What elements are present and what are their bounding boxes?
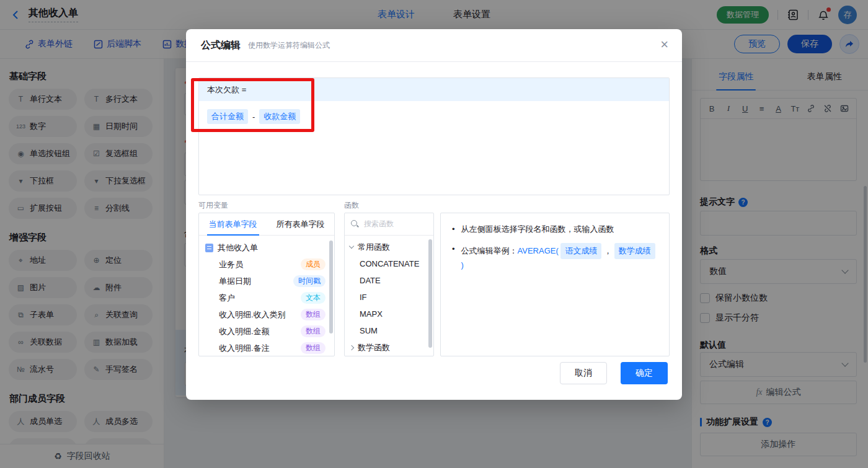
field-chip[interactable]: 合计金额 [207, 109, 248, 124]
help-tip-example: • 公式编辑举例：AVERAGE( 语文成绩 ， 数学成绩 ) [452, 243, 658, 272]
formula-editor[interactable]: 本次欠款 = 合计金额 - 收款金额 [198, 77, 670, 195]
tree-root-form[interactable]: 其他收入单 [199, 239, 334, 256]
type-badge: 数组 [301, 325, 326, 337]
confirm-button[interactable]: 确定 [621, 362, 668, 384]
variables-label: 可用变量 [198, 200, 228, 211]
function-item[interactable]: DATE [345, 272, 433, 289]
modal-subtitle: 使用数学运算符编辑公式 [248, 40, 330, 51]
example-chip: 语文成绩 [560, 243, 601, 259]
type-badge: 时间戳 [293, 275, 326, 287]
function-group-math[interactable]: 数学函数 [345, 339, 433, 356]
type-badge: 数组 [301, 342, 326, 354]
form-designer-app: 其他收入单 表单设计 表单设置 数据管理 [0, 0, 868, 468]
function-group-text[interactable]: 文本函数 [345, 356, 433, 356]
formula-target-row: 本次欠款 = [199, 78, 669, 101]
variables-tree: 其他收入单 业务员 成员 单据日期 时间戳 客户 文本 收入明细.收入类别 数组 [199, 236, 334, 356]
close-icon[interactable]: × [660, 38, 668, 51]
functions-panel: 搜索函数 常用函数 CONCATENATE DATE IF MAPX SUM 数… [344, 213, 434, 356]
variable-row[interactable]: 业务员 成员 [199, 256, 334, 273]
functions-label: 函数 [344, 200, 359, 211]
function-item[interactable]: CONCATENATE [345, 255, 433, 272]
field-chip[interactable]: 收款金额 [259, 109, 300, 124]
formula-edit-modal: 公式编辑 使用数学运算符编辑公式 × 本次欠款 = 合计金额 - 收款金额 可用… [186, 29, 682, 400]
function-group-common[interactable]: 常用函数 [345, 239, 433, 255]
function-item[interactable]: MAPX [345, 306, 433, 322]
variables-panel: 当前表单字段 所有表单字段 其他收入单 业务员 成员 单据日期 时间戳 客户 [198, 213, 335, 356]
variable-row[interactable]: 客户 文本 [199, 289, 334, 306]
function-search[interactable]: 搜索函数 [345, 213, 433, 236]
help-panel: •从左侧面板选择字段名和函数，或输入函数 • 公式编辑举例：AVERAGE( 语… [440, 213, 670, 356]
chevron-right-icon [349, 345, 354, 350]
functions-scrollbar[interactable] [428, 239, 432, 348]
variable-row[interactable]: 收入明细.收入类别 数组 [199, 306, 334, 323]
example-chip: 数学成绩 [614, 243, 655, 259]
tab-all-form-fields[interactable]: 所有表单字段 [267, 213, 334, 235]
chevron-down-icon [349, 244, 354, 249]
document-icon [205, 244, 213, 252]
minus-operator: - [252, 112, 255, 121]
modal-header: 公式编辑 使用数学运算符编辑公式 × [186, 29, 682, 62]
type-badge: 文本 [301, 292, 326, 304]
variable-row[interactable]: 收入明细.金额 数组 [199, 323, 334, 340]
search-icon [351, 220, 359, 228]
modal-title: 公式编辑 [201, 39, 241, 52]
variables-tabs: 当前表单字段 所有表单字段 [199, 213, 334, 236]
function-item[interactable]: IF [345, 289, 433, 306]
variables-scrollbar[interactable] [329, 241, 333, 333]
variable-row[interactable]: 单据日期 时间戳 [199, 273, 334, 289]
cancel-button[interactable]: 取消 [560, 362, 607, 384]
formula-expression[interactable]: 合计金额 - 收款金额 [199, 101, 669, 132]
function-item[interactable]: SUM [345, 322, 433, 339]
variable-row[interactable]: 收入明细.备注 数组 [199, 340, 334, 356]
help-tip: •从左侧面板选择字段名和函数，或输入函数 [452, 223, 658, 236]
search-placeholder: 搜索函数 [364, 219, 394, 229]
tab-current-form-fields[interactable]: 当前表单字段 [199, 213, 267, 235]
type-badge: 成员 [301, 258, 326, 270]
type-badge: 数组 [301, 309, 326, 320]
